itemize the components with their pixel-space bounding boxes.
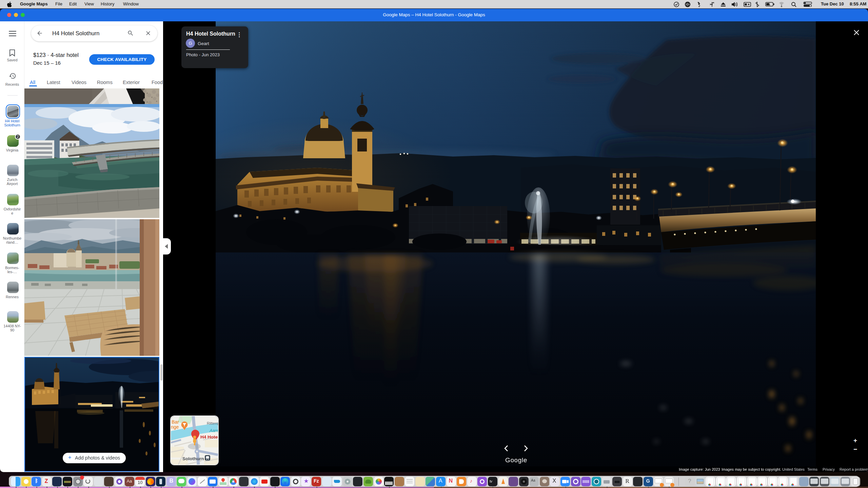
- svg-text:Ritterq: Ritterq: [207, 421, 218, 425]
- svg-text:Aare: Aare: [209, 428, 218, 433]
- svg-text:Solothurn: Solothurn: [182, 456, 204, 461]
- svg-text:H4 Hotel: H4 Hotel: [200, 434, 218, 440]
- svg-text:nge: nge: [171, 424, 179, 430]
- svg-text:Bar: Bar: [172, 419, 179, 425]
